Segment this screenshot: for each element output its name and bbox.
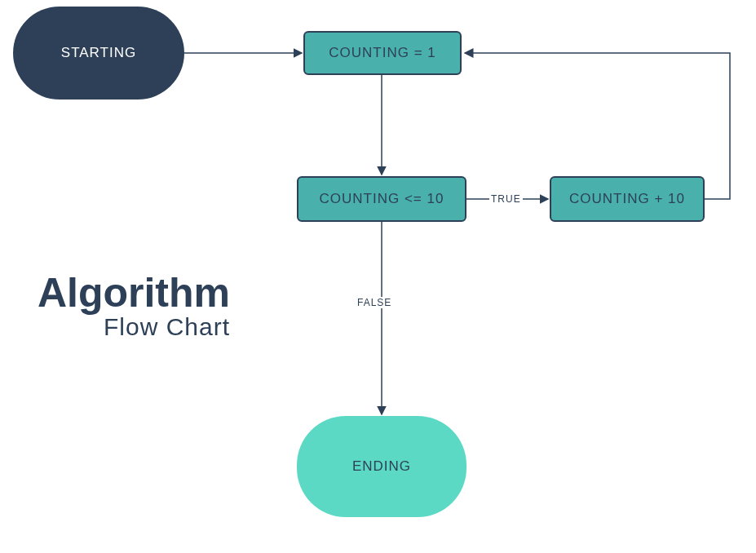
title-block: Algorithm Flow Chart [13,269,230,341]
true-edge-label: TRUE [489,193,523,205]
counting-init-node: COUNTING = 1 [303,31,462,75]
counting-init-label: COUNTING = 1 [329,45,436,61]
counting-inc-node: COUNTING + 10 [550,176,705,222]
counting-cond-node: COUNTING <= 10 [297,176,466,222]
false-edge-label: FALSE [356,297,393,308]
start-label: STARTING [61,45,136,61]
end-node: ENDING [297,416,466,517]
title-main: Algorithm [13,269,230,316]
title-sub: Flow Chart [13,313,230,341]
counting-inc-label: COUNTING + 10 [569,191,685,207]
end-label: ENDING [352,458,411,475]
counting-cond-label: COUNTING <= 10 [320,191,444,207]
start-node: STARTING [13,7,184,100]
